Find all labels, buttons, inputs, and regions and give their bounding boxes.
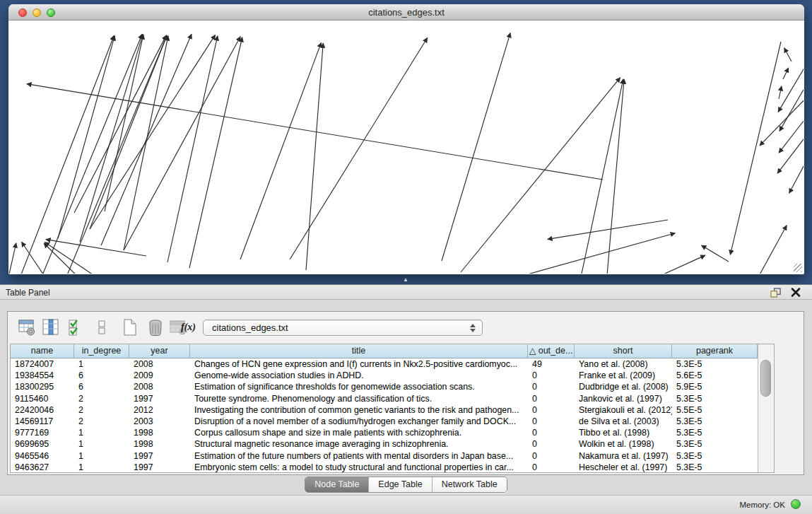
graph-edge[interactable]	[548, 220, 668, 239]
table-row[interactable]: 1872400712008Changes of HCN gene express…	[11, 358, 758, 370]
table-cell: 2003	[129, 416, 190, 427]
table-cell: 9115460	[11, 393, 74, 404]
table-header-row: namein_degreeyeartitle△ out_de...shortpa…	[11, 344, 758, 358]
column-header-year[interactable]: year	[129, 344, 190, 358]
resize-grip[interactable]	[794, 264, 802, 272]
float-panel-icon[interactable]	[770, 288, 781, 298]
column-header-out_de[interactable]: △ out_de...	[528, 344, 575, 358]
table-cell: Investigating the contribution of common…	[190, 404, 528, 416]
table-cell: Nakamura et al. (1997)	[575, 450, 672, 462]
graph-edge[interactable]	[784, 48, 792, 62]
table-row[interactable]: 1830029562008Estimation of significance …	[11, 381, 758, 392]
graph-edge[interactable]	[755, 226, 787, 274]
graph-edge[interactable]	[80, 35, 143, 242]
table-row[interactable]: 946554611997Estimation of the future num…	[11, 450, 758, 462]
graph-edge[interactable]	[760, 91, 804, 146]
graph-edge[interactable]	[779, 111, 804, 153]
table-cell: Changes of HCN gene expression and I(f) …	[190, 358, 528, 370]
memory-status-indicator[interactable]	[791, 499, 801, 509]
close-panel-icon[interactable]	[791, 287, 801, 298]
window-title: citations_edges.txt	[8, 7, 804, 18]
graph-edge[interactable]	[606, 79, 624, 274]
table-cell: 0	[528, 393, 575, 404]
graph-edge[interactable]	[74, 35, 166, 213]
table-cell: 49	[528, 358, 575, 370]
table-cell: 22420046	[11, 404, 74, 416]
table-cell: 1997	[129, 462, 190, 473]
delete-rows-button[interactable]	[145, 317, 166, 339]
graph-edge[interactable]	[18, 35, 114, 274]
graph-edge[interactable]	[124, 37, 240, 250]
graph-edge[interactable]	[442, 33, 510, 261]
table-cell: 0	[528, 370, 575, 381]
graph-edge[interactable]	[495, 233, 675, 274]
table-cell: Estimation of significance thresholds fo…	[190, 381, 528, 392]
graph-edge[interactable]	[702, 245, 729, 262]
tab-node-table[interactable]: Node Table	[305, 477, 368, 492]
table-row[interactable]: 969969511998Structural magnetic resonanc…	[11, 438, 758, 450]
graph-edge[interactable]	[778, 54, 804, 112]
graph-edge[interactable]	[64, 35, 167, 274]
tab-network-table[interactable]: Network Table	[432, 477, 507, 492]
select-all-button[interactable]	[66, 317, 87, 339]
table-settings-button[interactable]	[16, 317, 37, 339]
window-titlebar[interactable]: citations_edges.txt	[8, 4, 804, 21]
scrollbar-thumb[interactable]	[760, 360, 771, 397]
table-row[interactable]: 1456911722003Disruption of a novel membe…	[11, 416, 758, 427]
table-cell: 1	[74, 438, 129, 450]
table-row[interactable]: 911546021997Tourette syndrome. Phenomeno…	[11, 393, 758, 404]
table-cell: 0	[528, 462, 575, 473]
table-row[interactable]: 1938455462009Genome-wide association stu…	[11, 370, 758, 381]
tab-edge-table[interactable]: Edge Table	[368, 477, 431, 492]
graph-edge[interactable]	[189, 37, 242, 268]
table-cell: 0	[528, 427, 575, 438]
column-header-title[interactable]: title	[190, 344, 528, 358]
table-cell: 2008	[129, 358, 190, 370]
table-row[interactable]: 2242004622012Investigating the contribut…	[11, 404, 758, 416]
table-cell: Disruption of a novel member of a sodium…	[190, 416, 528, 427]
table-toolbar: f(x) citations_edges.txt	[13, 315, 798, 341]
table-panel-title: Table Panel	[6, 288, 50, 298]
graph-edge[interactable]	[643, 255, 705, 274]
graph-edge[interactable]	[777, 130, 804, 173]
network-canvas[interactable]	[9, 21, 804, 274]
graph-edge[interactable]	[730, 42, 781, 255]
vertical-scrollbar[interactable]	[758, 344, 774, 472]
table-row[interactable]: 977716911998Corpus callosum shape and si…	[11, 427, 758, 438]
table-selector-dropdown[interactable]: citations_edges.txt	[203, 320, 483, 336]
table-cell: 2008	[129, 381, 190, 392]
splitter-handle[interactable]: ▲	[401, 277, 411, 283]
column-header-in_degree[interactable]: in_degree	[74, 344, 129, 358]
graph-edge[interactable]	[124, 36, 168, 250]
graph-edge[interactable]	[783, 68, 789, 79]
table-cell: 1997	[129, 393, 190, 404]
table-cell: 1	[74, 462, 129, 473]
table-cell: 6	[74, 370, 129, 381]
table-cell: Franke et al. (2009)	[575, 370, 672, 381]
table-cell: Embryonic stem cells: a model to study s…	[190, 462, 528, 473]
column-header-name[interactable]: name	[11, 344, 74, 358]
table-cell: 0	[528, 416, 575, 427]
deselect-all-button[interactable]	[91, 317, 112, 339]
table-cell: 5.3E-5	[672, 427, 758, 438]
table-cell: 9463627	[11, 462, 74, 473]
status-bar: Memory: OK	[0, 495, 812, 514]
graph-edge[interactable]	[779, 86, 782, 99]
graph-edge[interactable]	[9, 243, 16, 274]
table-row[interactable]: 946362711997Embryonic stem cells: a mode…	[11, 462, 758, 473]
table-cell: 0	[528, 381, 575, 392]
graph-edge[interactable]	[58, 36, 114, 238]
new-table-button[interactable]	[119, 317, 141, 339]
select-column-icon	[42, 318, 60, 337]
table-cell: Corpus callosum shape and size in male p…	[190, 427, 528, 438]
function-builder-button[interactable]: f(x)	[181, 322, 196, 333]
table-cell: 1	[74, 358, 129, 370]
table-cell: 2012	[129, 404, 190, 416]
graph-edge[interactable]	[461, 78, 620, 272]
attribute-table: namein_degreeyeartitle△ out_de...shortpa…	[10, 344, 775, 473]
select-column-button[interactable]	[40, 317, 61, 339]
column-header-pagerank[interactable]: pagerank	[672, 344, 758, 358]
column-header-short[interactable]: short	[575, 344, 672, 358]
table-cell: 2	[74, 404, 129, 416]
graph-edge[interactable]	[579, 79, 623, 274]
